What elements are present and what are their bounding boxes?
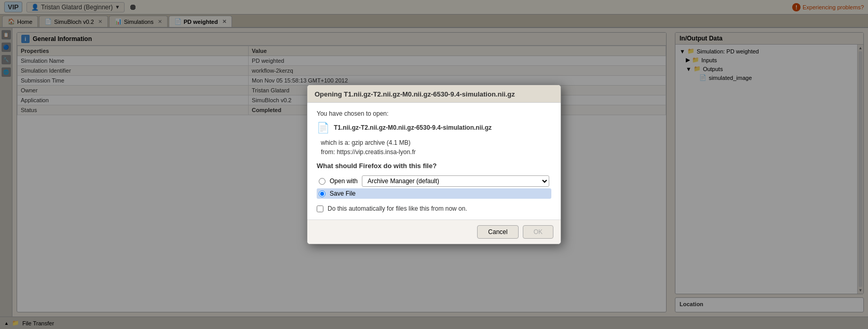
modal-section-label: What should Firefox do with this file? bbox=[317, 162, 551, 170]
modal-which-is-a: which is a: gzip archive (4.1 MB) bbox=[317, 139, 551, 146]
modal-overlay: Opening T1.nii.gz-T2.nii.gz-M0.nii.gz-65… bbox=[0, 0, 868, 329]
save-file-row: Save File bbox=[317, 188, 551, 199]
auto-checkbox[interactable] bbox=[317, 205, 323, 212]
modal-file-icon: 📄 bbox=[317, 121, 330, 134]
save-file-radio[interactable] bbox=[319, 190, 326, 197]
ok-button[interactable]: OK bbox=[523, 225, 553, 239]
open-with-row: Open with Archive Manager (default) bbox=[317, 174, 551, 188]
open-with-radio[interactable] bbox=[319, 178, 326, 185]
open-with-select[interactable]: Archive Manager (default) bbox=[362, 175, 549, 187]
modal-dialog: Opening T1.nii.gz-T2.nii.gz-M0.nii.gz-65… bbox=[307, 85, 561, 244]
modal-filename-row: 📄 T1.nii.gz-T2.nii.gz-M0.nii.gz-6530-9.4… bbox=[317, 121, 551, 134]
modal-buttons: Cancel OK bbox=[307, 220, 561, 244]
save-file-label[interactable]: Save File bbox=[330, 190, 356, 197]
modal-filename: T1.nii.gz-T2.nii.gz-M0.nii.gz-6530-9.4-s… bbox=[334, 124, 492, 131]
cancel-button[interactable]: Cancel bbox=[477, 225, 518, 239]
modal-from: from: https://vip.creatis.insa-lyon.fr bbox=[317, 148, 551, 156]
modal-chosen-text: You have chosen to open: bbox=[317, 110, 551, 117]
modal-header: Opening T1.nii.gz-T2.nii.gz-M0.nii.gz-65… bbox=[307, 85, 561, 103]
open-with-label[interactable]: Open with bbox=[330, 177, 358, 185]
modal-body: You have chosen to open: 📄 T1.nii.gz-T2.… bbox=[307, 103, 561, 220]
auto-checkbox-label: Do this automatically for files like thi… bbox=[328, 205, 467, 212]
auto-checkbox-row: Do this automatically for files like thi… bbox=[317, 205, 551, 212]
